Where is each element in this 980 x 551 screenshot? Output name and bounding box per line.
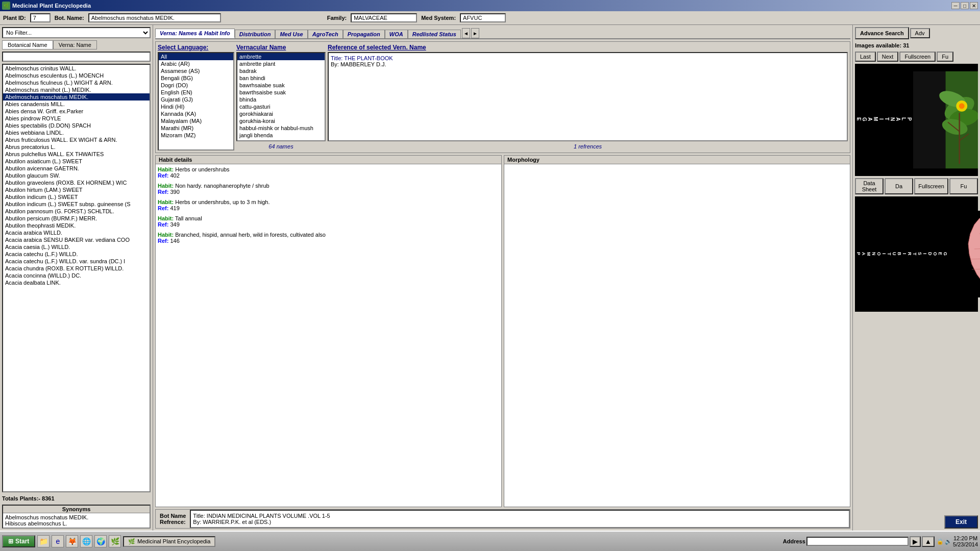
tab-nav-prev[interactable]: ◄ bbox=[462, 28, 470, 38]
lang-item[interactable]: Marathi (MR) bbox=[159, 124, 233, 132]
lang-item[interactable]: Kannada (KA) bbox=[159, 110, 233, 117]
tab-botanical-name[interactable]: Botanical Name bbox=[2, 40, 53, 49]
list-item[interactable]: Abelmoschus esculentus (L.) MOENCH bbox=[3, 72, 150, 79]
adv-button[interactable]: Adv bbox=[910, 28, 930, 38]
minimize-button[interactable]: ─ bbox=[951, 2, 960, 9]
list-item[interactable]: Abutilon indicum (L.) SWEET bbox=[3, 193, 150, 201]
list-item[interactable]: Abutilon asiaticum (L.) SWEET bbox=[3, 158, 150, 165]
last-button[interactable]: Last bbox=[855, 52, 876, 62]
vern-item-selected[interactable]: ambrette bbox=[237, 53, 325, 60]
fullscreen-button-2[interactable]: Fullscreen bbox=[914, 178, 948, 194]
tab-redlisted[interactable]: Redlisted Status bbox=[408, 30, 461, 38]
list-item[interactable]: Abelmoschus ficulneus (L.) WIGHT & ARN. bbox=[3, 79, 150, 86]
lang-item-all[interactable]: All bbox=[159, 53, 233, 60]
tab-distribution[interactable]: Distribution bbox=[235, 30, 276, 38]
taskbar-icon-ie[interactable]: e bbox=[52, 535, 64, 547]
address-up-button[interactable]: ▲ bbox=[922, 536, 935, 547]
vern-item[interactable]: bhinda bbox=[237, 96, 325, 103]
list-item[interactable]: Abutilon theophrasti MEDIK. bbox=[3, 222, 150, 229]
lang-item[interactable]: Dogri (DO) bbox=[159, 82, 233, 89]
vern-item[interactable]: bawrhsaiabe suak bbox=[237, 82, 325, 89]
list-item-selected[interactable]: Abelmoschus moschatus MEDIK. bbox=[3, 93, 150, 101]
vern-item[interactable]: cattu-gasturi bbox=[237, 103, 325, 110]
list-item[interactable]: Abrus precatorius L. bbox=[3, 143, 150, 151]
list-item[interactable]: Acacia concinna (WILLD.) DC. bbox=[3, 272, 150, 279]
taskbar-icon-firefox[interactable]: 🦊 bbox=[66, 535, 78, 547]
tab-verna-name[interactable]: Verna: Name bbox=[53, 40, 97, 49]
list-item[interactable]: Acacia caesia (L.) WILLD. bbox=[3, 243, 150, 251]
vern-item[interactable]: ambrette plant bbox=[237, 60, 325, 67]
taskbar-icon-world[interactable]: 🌍 bbox=[94, 535, 107, 547]
list-item[interactable]: Abutilon indicum (L.) SWEET subsp. guine… bbox=[3, 201, 150, 208]
fullscreen-button[interactable]: Fullscreen bbox=[899, 52, 936, 62]
next-button[interactable]: Next bbox=[877, 52, 899, 62]
language-list[interactable]: All Arabic (AR) Assamese (AS) Bengali (B… bbox=[158, 52, 234, 151]
plant-search-input[interactable] bbox=[2, 52, 151, 62]
list-item[interactable]: Abrus pulchellus WALL. EX THWAITES bbox=[3, 151, 150, 158]
list-item[interactable]: Acacia arabica WILLD. bbox=[3, 229, 150, 236]
list-item[interactable]: Acacia catechu (L.F.) WILLD. bbox=[3, 251, 150, 258]
start-button[interactable]: ⊞ Start bbox=[2, 535, 35, 547]
list-item[interactable]: Abies canadensis MILL. bbox=[3, 101, 150, 108]
list-item[interactable]: Abies spectabilis (D.DON) SPACH bbox=[3, 122, 150, 129]
close-button[interactable]: ✕ bbox=[970, 2, 978, 9]
taskbar-icon-app[interactable]: 🌿 bbox=[109, 535, 121, 547]
fu-button-2[interactable]: Fu bbox=[949, 178, 978, 194]
list-item[interactable]: Abutilon glaucum SW. bbox=[3, 172, 150, 179]
address-input[interactable] bbox=[806, 537, 909, 546]
list-item[interactable]: Abutilon hirtum (LAM.) SWEET bbox=[3, 186, 150, 193]
vern-item[interactable]: gorokhiakarai bbox=[237, 110, 325, 117]
list-item[interactable]: Abelmoschus crinitus WALL. bbox=[3, 65, 150, 72]
tab-propagation[interactable]: Propagation bbox=[343, 30, 385, 38]
vern-item[interactable]: habbul-mishk or habbul-mush bbox=[237, 124, 325, 132]
plant-list[interactable]: Abelmoschus crinitus WALL. Abelmoschus e… bbox=[2, 64, 151, 492]
list-item[interactable]: Abutilon persicum (BURM.F.) MERR. bbox=[3, 215, 150, 222]
lang-item[interactable]: Bengali (BG) bbox=[159, 74, 233, 82]
list-item[interactable]: Acacia dealbata LINK. bbox=[3, 279, 150, 286]
advance-search-button[interactable]: Advance Search bbox=[855, 27, 909, 39]
tab-nav-next[interactable]: ► bbox=[471, 28, 479, 38]
habit-scroll-content[interactable]: Habit: Herbs or undershrubs Ref: 402 Hab… bbox=[156, 164, 501, 507]
taskbar-icon-network[interactable]: 🌐 bbox=[80, 535, 92, 547]
lang-item[interactable]: Hindi (HI) bbox=[159, 103, 233, 110]
tab-agrotech[interactable]: AgroTech bbox=[308, 30, 343, 38]
med-system-input[interactable] bbox=[460, 13, 506, 22]
da-button[interactable]: Da bbox=[885, 178, 913, 194]
lang-item[interactable]: Arabic (AR) bbox=[159, 60, 233, 67]
tab-verna-habit[interactable]: Verna: Names & Habit Info bbox=[155, 29, 235, 38]
vern-item[interactable]: jangli bhenda bbox=[237, 132, 325, 139]
taskbar-app-item[interactable]: 🌿 Medicinal Plant Encyclopedia bbox=[123, 536, 215, 547]
address-go-button[interactable]: ▶ bbox=[910, 536, 921, 547]
taskbar-icon-folder[interactable]: 📁 bbox=[37, 535, 50, 547]
list-item[interactable]: Abutilon pannosum (G. FORST.) SCHLTDL. bbox=[3, 208, 150, 215]
list-item[interactable]: Abutilon graveolens (ROXB. EX HORNEM.) W… bbox=[3, 179, 150, 186]
list-item[interactable]: Abelmoschus manihot (L.) MEDIK. bbox=[3, 86, 150, 93]
list-item[interactable]: Abrus fruticulosus WALL. EX WIGHT & ARN. bbox=[3, 136, 150, 143]
tab-woa[interactable]: WOA bbox=[385, 30, 408, 38]
vern-item[interactable]: ban bhindi bbox=[237, 74, 325, 82]
vern-name-list[interactable]: ambrette ambrette plant badrak ban bhind… bbox=[236, 52, 326, 141]
list-item[interactable]: Abies pindrow ROYLE bbox=[3, 115, 150, 122]
vern-item[interactable]: badrak bbox=[237, 67, 325, 74]
vern-item[interactable]: gorukhia-korai bbox=[237, 117, 325, 124]
exit-button[interactable]: Exit bbox=[944, 515, 978, 529]
lang-item[interactable]: Malayalam (MA) bbox=[159, 117, 233, 124]
list-item[interactable]: Acacia chundra (ROXB. EX ROTTLER) WILLD. bbox=[3, 265, 150, 272]
list-item[interactable]: Acacia catechu (L.F.) WILLD. var. sundra… bbox=[3, 258, 150, 265]
lang-item[interactable]: Mizoram (MZ) bbox=[159, 132, 233, 139]
list-item[interactable]: Acacia arabica SENSU BAKER var. vediana … bbox=[3, 236, 150, 243]
lang-item[interactable]: Assamese (AS) bbox=[159, 67, 233, 74]
lang-item[interactable]: English (EN) bbox=[159, 89, 233, 96]
morphology-content[interactable] bbox=[504, 164, 850, 507]
maximize-button[interactable]: □ bbox=[961, 2, 969, 9]
filter-select[interactable]: No Filter... bbox=[2, 27, 151, 38]
family-input[interactable] bbox=[351, 13, 417, 22]
lang-item[interactable]: Gujarati (GJ) bbox=[159, 96, 233, 103]
data-sheet-button[interactable]: Data Sheet bbox=[855, 178, 884, 194]
list-item[interactable]: Abies webbiana LINDL. bbox=[3, 129, 150, 136]
list-item[interactable]: Abutilon avicennae GAETRN. bbox=[3, 165, 150, 172]
fu-button[interactable]: Fu bbox=[937, 52, 953, 62]
plant-id-input[interactable] bbox=[30, 13, 51, 22]
bot-name-input[interactable] bbox=[88, 13, 221, 22]
list-item[interactable]: Abies densa W. Griff. ex.Parker bbox=[3, 108, 150, 115]
